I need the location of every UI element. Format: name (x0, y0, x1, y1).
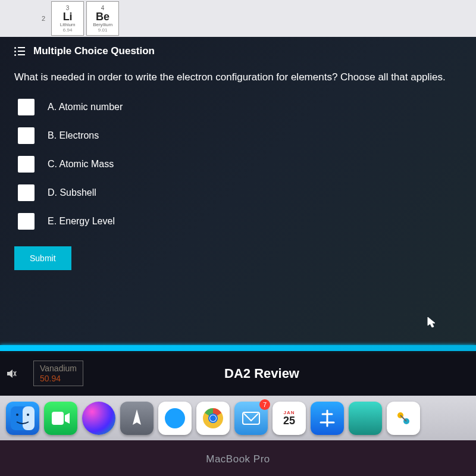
safari-icon[interactable] (158, 402, 192, 435)
element-lithium: 3 Li Lithium 6.94 (51, 1, 84, 36)
finder-icon[interactable] (6, 402, 39, 435)
atomic-mass: 9.01 (98, 27, 108, 33)
question-text: What is needed in order to write the ele… (14, 70, 462, 84)
option-label: D. Subshell (48, 187, 96, 198)
checkbox-c[interactable] (18, 156, 35, 173)
checkbox-d[interactable] (18, 184, 35, 201)
element-card-vanadium: Vanadium 50.94 (33, 361, 83, 387)
launchpad-icon[interactable] (120, 402, 154, 435)
element-mass: 50.94 (40, 374, 77, 384)
option-b[interactable]: B. Electrons (18, 127, 462, 144)
panel-header: Multiple Choice Question (14, 45, 462, 57)
periodic-table-strip: 2 3 Li Lithium 6.94 4 Be Beryllium 9.01 (0, 0, 476, 37)
macos-dock: JAN 25 (0, 396, 476, 440)
option-label: C. Atomic Mass (48, 159, 114, 170)
svg-point-4 (16, 414, 18, 416)
svg-line-17 (400, 415, 406, 421)
progress-bar[interactable] (0, 345, 476, 351)
option-label: A. Atomic number (48, 102, 123, 112)
review-title: DA2 Review (83, 366, 476, 381)
chrome-icon[interactable] (196, 402, 230, 435)
element-symbol: Be (96, 11, 109, 22)
submit-button[interactable]: Submit (14, 246, 71, 270)
dock-app-icon[interactable] (387, 402, 420, 435)
svg-rect-6 (52, 412, 64, 425)
element-name: Lithium (60, 22, 76, 27)
dock-app-icon[interactable] (349, 402, 382, 435)
atomic-number: 3 (66, 5, 70, 11)
facetime-icon[interactable] (44, 402, 77, 435)
period-number: 2 (42, 15, 45, 22)
calendar-icon[interactable]: JAN 25 (273, 402, 306, 435)
options-list: A. Atomic number B. Electrons C. Atomic … (18, 99, 462, 230)
svg-point-5 (27, 414, 29, 416)
svg-point-8 (165, 408, 185, 428)
element-symbol: Li (63, 11, 73, 22)
list-icon[interactable] (14, 47, 25, 56)
checkbox-e[interactable] (18, 213, 35, 230)
mail-icon[interactable] (234, 402, 268, 435)
mute-icon[interactable] (4, 366, 19, 381)
checkbox-a[interactable] (18, 99, 35, 115)
element-beryllium: 4 Be Beryllium 9.01 (86, 1, 119, 36)
atomic-number: 4 (101, 5, 105, 11)
appstore-icon[interactable] (311, 402, 344, 435)
svg-point-13 (210, 415, 216, 421)
device-label: MacBook Pro (0, 453, 476, 465)
option-a[interactable]: A. Atomic number (18, 99, 462, 115)
option-e[interactable]: E. Energy Level (18, 213, 462, 230)
option-label: E. Energy Level (48, 216, 115, 227)
calendar-day: 25 (283, 415, 295, 426)
svg-rect-3 (23, 406, 35, 430)
panel-title: Multiple Choice Question (33, 45, 155, 57)
element-name: Beryllium (93, 22, 112, 27)
review-bar: Vanadium 50.94 DA2 Review (0, 351, 476, 396)
option-label: B. Electrons (48, 130, 99, 141)
element-name: Vanadium (40, 364, 77, 374)
quiz-panel: Multiple Choice Question What is needed … (0, 37, 476, 345)
atomic-mass: 6.94 (63, 27, 73, 33)
cursor-icon (427, 317, 437, 328)
checkbox-b[interactable] (18, 127, 35, 144)
siri-icon[interactable] (82, 402, 115, 435)
option-d[interactable]: D. Subshell (18, 184, 462, 201)
option-c[interactable]: C. Atomic Mass (18, 156, 462, 173)
